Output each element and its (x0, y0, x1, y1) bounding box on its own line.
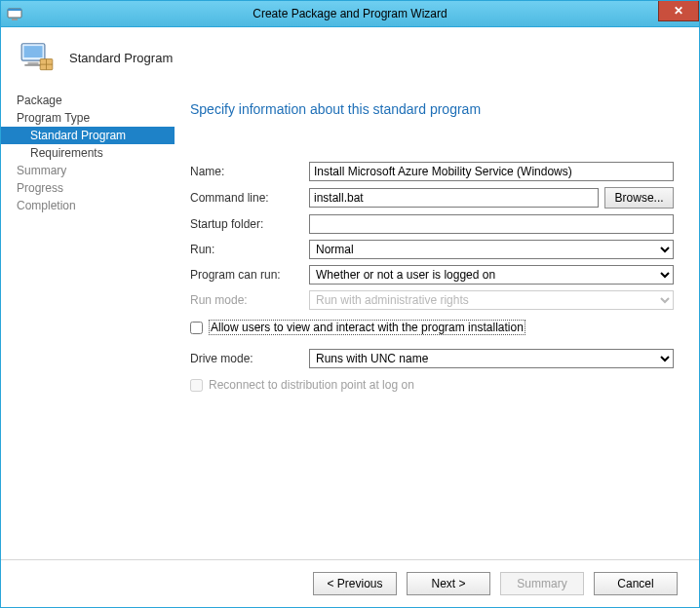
allow-users-row: Allow users to view and interact with th… (190, 320, 674, 335)
command-line-input[interactable] (309, 188, 599, 208)
monitor-package-icon (19, 39, 56, 76)
svg-rect-5 (28, 62, 39, 64)
wizard-body: Package Program Type Standard Program Re… (1, 88, 699, 559)
reconnect-checkbox (190, 379, 203, 392)
close-icon: ✕ (674, 4, 683, 18)
wizard-header: Standard Program (1, 27, 699, 88)
window-title: Create Package and Program Wizard (1, 7, 699, 20)
wizard-footer: < Previous Next > Summary Cancel (1, 559, 699, 607)
page-title: Standard Program (69, 51, 173, 65)
svg-rect-2 (12, 19, 18, 20)
svg-rect-6 (24, 64, 41, 66)
allow-users-label: Allow users to view and interact with th… (209, 320, 525, 335)
run-select[interactable]: Normal (309, 240, 674, 259)
nav-item-requirements[interactable]: Requirements (1, 144, 175, 162)
reconnect-label: Reconnect to distribution point at log o… (209, 378, 414, 392)
nav-item-summary[interactable]: Summary (1, 162, 175, 179)
nav-sidebar: Package Program Type Standard Program Re… (1, 88, 175, 559)
label-program-can-run: Program can run: (190, 268, 309, 282)
drive-mode-select[interactable]: Runs with UNC name (309, 349, 674, 368)
app-icon (7, 6, 22, 21)
label-name: Name: (190, 165, 309, 178)
nav-item-progress[interactable]: Progress (1, 179, 175, 197)
label-run: Run: (190, 243, 309, 256)
next-button[interactable]: Next > (407, 572, 490, 595)
nav-item-package[interactable]: Package (1, 92, 175, 109)
svg-rect-1 (8, 9, 21, 11)
content-pane: Specify information about this standard … (175, 88, 699, 559)
label-drive-mode: Drive mode: (190, 352, 309, 365)
allow-users-checkbox[interactable] (190, 322, 203, 334)
run-mode-select: Run with administrative rights (309, 290, 674, 310)
name-input[interactable] (309, 162, 674, 181)
titlebar: Create Package and Program Wizard ✕ (1, 1, 699, 27)
close-button[interactable]: ✕ (658, 1, 699, 21)
wizard-window: Create Package and Program Wizard ✕ Stan… (0, 0, 700, 608)
nav-item-program-type[interactable]: Program Type (1, 109, 175, 127)
svg-rect-4 (24, 46, 43, 57)
reconnect-row: Reconnect to distribution point at log o… (190, 378, 674, 392)
cancel-button[interactable]: Cancel (594, 572, 678, 595)
nav-item-completion[interactable]: Completion (1, 197, 175, 214)
label-run-mode: Run mode: (190, 293, 309, 307)
startup-folder-input[interactable] (309, 214, 674, 234)
label-command-line: Command line: (190, 191, 309, 205)
previous-button[interactable]: < Previous (313, 572, 397, 595)
nav-item-standard-program[interactable]: Standard Program (1, 127, 175, 144)
summary-button: Summary (500, 572, 584, 595)
browse-button[interactable]: Browse... (604, 187, 674, 209)
program-can-run-select[interactable]: Whether or not a user is logged on (309, 265, 674, 285)
label-startup-folder: Startup folder: (190, 217, 309, 231)
content-heading: Specify information about this standard … (190, 101, 674, 117)
